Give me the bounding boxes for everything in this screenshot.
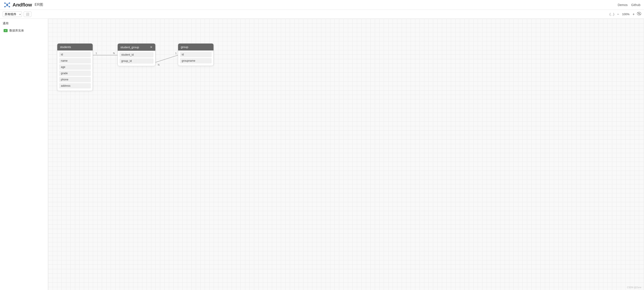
field-students-name: name: [59, 58, 91, 63]
toolbar-right: {.} − 100% +: [609, 12, 641, 16]
db-entity-icon: ≡: [4, 29, 8, 32]
field-students-address: address: [59, 83, 91, 89]
field-students-age: age: [59, 64, 91, 70]
nav-left: Andflow ER图: [4, 1, 43, 8]
component-filter-select[interactable]: 所有组件: [3, 11, 22, 17]
nav-right: Demos Github: [618, 3, 640, 7]
toolbar: 所有组件 ⬜ {.} − 100% +: [0, 10, 644, 19]
sidebar: 通用 ≡ 数据库实体: [0, 19, 48, 290]
svg-point-0: [6, 4, 8, 6]
field-group-id: id: [180, 52, 212, 57]
table-group-header: group: [178, 44, 214, 50]
rel2-to-label: 1: [175, 52, 176, 54]
table-group: group id groupname: [178, 43, 214, 66]
svg-line-13: [156, 55, 178, 62]
field-group-groupname: groupname: [180, 58, 212, 63]
toolbar-left: 所有组件 ⬜: [3, 11, 31, 17]
page-title: ER图: [35, 2, 43, 7]
field-student-group-group-id: group_id: [120, 58, 154, 64]
github-link[interactable]: Github: [631, 3, 640, 7]
canvas: 1 N N 1 students id name age grade phone…: [48, 19, 644, 290]
table-students-header: students: [57, 44, 93, 50]
top-nav: Andflow ER图 Demos Github: [0, 0, 644, 10]
table-student-group-title: student_group: [120, 46, 139, 49]
table-student-group-header: student_group ✕: [118, 44, 155, 51]
svg-line-6: [7, 3, 9, 4]
sidebar-item-db-entity[interactable]: ≡ 数据库实体: [2, 27, 46, 34]
table-student-group: student_group ✕ student_id group_id: [118, 43, 156, 66]
svg-line-8: [7, 6, 9, 6]
zoom-out-button[interactable]: −: [616, 12, 620, 16]
rel1-from-label: 1: [96, 52, 97, 54]
eye-icon: [637, 12, 641, 15]
logo-icon: [4, 1, 11, 8]
table-student-group-body: student_id group_id: [118, 51, 155, 66]
frame-icon: ⬜: [26, 12, 29, 16]
logo-text: Andflow: [12, 2, 32, 8]
table-students-body: id name age grade phone address: [57, 50, 93, 91]
svg-line-5: [5, 3, 7, 4]
demos-link[interactable]: Demos: [618, 3, 628, 7]
table-group-body: id groupname: [178, 50, 214, 66]
zoom-value: 100%: [622, 12, 630, 16]
sidebar-section-general: 通用: [2, 21, 46, 25]
table-group-title: group: [181, 45, 188, 49]
rel1-to-label: N: [113, 52, 115, 54]
table-students: students id name age grade phone address: [57, 43, 93, 91]
field-students-grade: grade: [59, 71, 91, 76]
field-students-phone: phone: [59, 77, 91, 82]
svg-line-7: [5, 6, 7, 6]
table-student-group-close[interactable]: ✕: [150, 45, 152, 49]
field-students-id: id: [59, 52, 91, 57]
field-student-group-student-id: student_id: [120, 52, 154, 57]
frame-button[interactable]: ⬜: [24, 11, 31, 17]
component-filter-wrapper: 所有组件: [3, 11, 22, 17]
svg-line-11: [637, 12, 641, 15]
table-students-title: students: [60, 45, 71, 49]
copyright: CSDN @Zone: [627, 286, 641, 289]
rel2-from-label: N: [158, 63, 160, 66]
code-button[interactable]: {.}: [609, 12, 615, 16]
db-entity-label: 数据库实体: [10, 29, 24, 33]
zoom-in-button[interactable]: +: [632, 12, 636, 16]
logo: Andflow: [4, 1, 32, 8]
eye-button[interactable]: [637, 12, 641, 16]
